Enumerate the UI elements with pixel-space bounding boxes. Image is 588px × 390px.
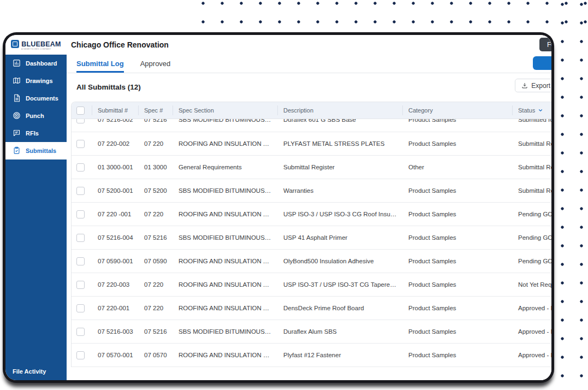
status-cell: Approved - No Ex [513,305,551,311]
row-checkbox[interactable] [76,234,85,242]
submittal-number-cell: 07 220 -001 [92,211,139,217]
row-checkbox[interactable] [76,119,85,123]
description-cell: DensDeck Prime Roof Board [278,305,403,311]
description-cell: Submittal Register [278,164,403,170]
spec-section-cell: ROOFING AND INSULATION FASTENE... [173,352,278,358]
description-cell: Plyfast #12 Fastener [278,352,403,358]
spec-section-cell: ROOFING AND INSULATION ADHESIV... [173,258,278,264]
spec-number-cell: 07 0590 [139,258,173,264]
description-cell: PLYFAST METAL STRESS PLATES [278,140,403,147]
bluebeam-logo: BLUEBEAM A NEMETSCHEK COMPANY [5,38,67,51]
clipped-primary-button[interactable] [533,56,551,70]
column-header-description: Description [278,105,403,115]
table-row[interactable]: 07 5216-003 07 5216 SBS MODIFIED BITUMIN… [72,320,551,344]
sidebar-item-submittals[interactable]: Submittals [5,142,67,159]
sidebar-item-documents[interactable]: Documents [5,90,67,107]
row-checkbox[interactable] [76,304,85,312]
sidebar-item-rfis[interactable]: RFIs [5,125,67,142]
row-checkbox[interactable] [76,163,85,172]
status-cell: Submittal Reques [513,140,551,147]
submittal-number-cell: 01 3000-001 [92,164,139,170]
description-cell: Warranties [278,187,403,194]
row-checkbox[interactable] [76,210,85,218]
spec-section-cell: SBS MODIFIED BITUMINOUS MEMBR... [173,119,278,123]
row-checkbox[interactable] [76,328,85,336]
category-cell: Product Samples [403,187,513,194]
column-header-spec-section: Spec Section [173,105,278,115]
main-content: Submittal Log Approved All Submittals (1… [67,55,551,380]
status-cell: Pending GC Appr [513,211,551,217]
dot-pattern-top [191,0,588,29]
category-cell: Product Samples [403,281,513,288]
submittal-number-cell: 07 5216-004 [92,234,139,241]
category-cell: Product Samples [403,211,513,217]
export-button[interactable]: Export [515,79,551,92]
row-checkbox[interactable] [76,257,85,265]
spec-section-cell: ROOFING AND INSULATION ADHESIV... [173,211,278,217]
documents-icon [13,94,21,103]
logo-text: BLUEBEAM [21,40,61,48]
sidebar-item-drawings[interactable]: Drawings [5,72,67,90]
spec-section-cell: SBS MODIFIED BITUMINOUS MEMBR... [173,328,278,335]
dot-pattern-right [556,0,588,390]
download-icon [521,82,528,89]
table-row[interactable]: 07 220-002 07 220 ROOFING AND INSULATION… [72,132,551,156]
table-row[interactable]: 07 0570-001 07 0570 ROOFING AND INSULATI… [72,344,551,367]
tab-approved[interactable]: Approved [140,55,171,73]
sidebar-item-punch[interactable]: Punch [5,107,67,125]
row-checkbox[interactable] [76,140,85,148]
table-row[interactable]: 07 5216-002 07 5216 SBS MODIFIED BITUMIN… [72,119,551,132]
table-row[interactable]: 01 3000-001 01 3000 General Requirements… [72,156,551,179]
spec-number-cell: 01 3000 [139,164,173,170]
tab-submittal-log[interactable]: Submittal Log [76,55,124,73]
table-row[interactable]: 07 0590-001 07 0590 ROOFING AND INSULATI… [72,250,551,273]
description-cell: USP 41 Asphalt Primer [278,234,403,241]
row-checkbox[interactable] [76,187,85,195]
status-cell: Approved - Excep [513,352,551,358]
spec-number-cell: 07 220 [139,281,173,288]
category-cell: Product Samples [403,140,513,147]
spec-number-cell: 07 5216 [139,119,173,123]
table-header: Submittal # Spec # Spec Section Descript… [72,102,551,119]
description-cell: Duraflex 601 G SBS Base [278,119,403,123]
sidebar-item-dashboard[interactable]: Dashboard [5,55,67,72]
top-bar: BLUEBEAM A NEMETSCHEK COMPANY Chicago Of… [5,35,551,55]
status-cell: Pending GC Appr [513,234,551,241]
category-cell: Product Samples [403,258,513,264]
select-all-checkbox[interactable] [76,107,85,115]
spec-number-cell: 07 0570 [139,352,173,358]
page-title: Chicago Office Renovation [71,40,169,49]
row-checkbox[interactable] [76,281,85,289]
tab-bar: Submittal Log Approved [67,55,551,73]
status-cell: Not Yet Requeste [513,281,551,288]
table-row[interactable]: 07 220-003 07 220 ROOFING AND INSULATION… [72,273,551,297]
table-row[interactable]: 07 220 -001 07 220 ROOFING AND INSULATIO… [72,203,551,226]
sidebar: Dashboard Drawings Documents Punch RFIs [5,55,67,380]
all-submittals-heading: All Submittals (12) [76,83,141,91]
column-header-spec: Spec # [139,105,173,115]
table-row[interactable]: 07 5200-001 07 5200 SBS MODIFIED BITUMIN… [72,179,551,203]
category-cell: Other [403,164,513,170]
file-activity-link[interactable]: File Activity [13,368,46,375]
row-checkbox[interactable] [76,351,85,359]
column-header-status[interactable]: Status [513,105,551,115]
submittals-table: Submittal # Spec # Spec Section Descript… [71,102,551,367]
column-header-submittal: Submittal # [92,105,139,115]
punch-icon [13,111,21,121]
submittal-number-cell: 07 0590-001 [92,258,139,264]
category-cell: Product Samples [403,234,513,241]
spec-section-cell: ROOFING AND INSULATION ADHESIV... [173,305,278,311]
table-body: 07 5216-002 07 5216 SBS MODIFIED BITUMIN… [72,119,551,367]
table-row[interactable]: 07 5216-004 07 5216 SBS MODIFIED BITUMIN… [72,226,551,250]
submittal-number-cell: 07 220-002 [92,140,139,147]
logo-subtext: A NEMETSCHEK COMPANY [21,48,51,50]
submittal-number-cell: 07 5200-001 [92,187,139,194]
app-window: BLUEBEAM A NEMETSCHEK COMPANY Chicago Of… [5,35,551,380]
status-cell: Approved - No Ex [513,328,551,335]
bluebeam-logo-icon [11,40,19,48]
feedback-button[interactable]: Feedback [539,38,551,51]
category-cell: Product Samples [403,352,513,358]
description-cell: OlyBond500 Insulation Adhesive [278,258,403,264]
table-row[interactable]: 07 220-001 07 220 ROOFING AND INSULATION… [72,297,551,320]
submittal-number-cell: 07 5216-003 [92,328,139,335]
